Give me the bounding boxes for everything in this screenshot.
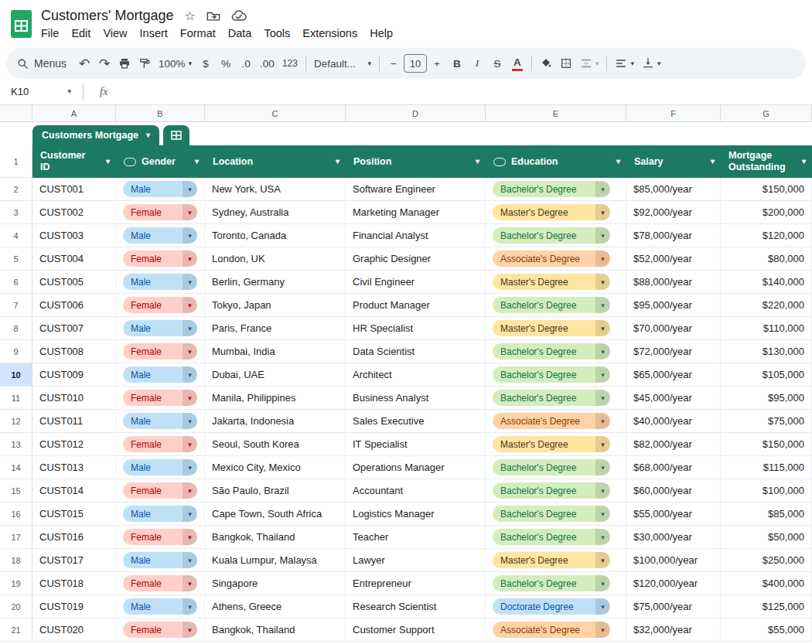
gender-chip[interactable]: Male ▾	[123, 181, 197, 197]
borders-button[interactable]	[556, 52, 576, 75]
chevron-down-icon[interactable]: ▾	[595, 413, 610, 429]
cell-salary[interactable]: $70,000/year	[626, 317, 721, 340]
cell-salary[interactable]: $78,000/year	[626, 224, 721, 247]
gender-chip[interactable]: Female ▾	[123, 204, 197, 220]
cell-gender[interactable]: Male ▾	[116, 595, 205, 618]
decrease-decimal-button[interactable]: .0	[236, 52, 256, 75]
row-number[interactable]: 2	[0, 178, 32, 201]
chevron-down-icon[interactable]: ▾	[595, 506, 610, 522]
chevron-down-icon[interactable]: ▾	[595, 181, 610, 197]
chevron-down-icon[interactable]: ▾	[183, 366, 197, 383]
cell-customer-id[interactable]: CUST005	[32, 271, 116, 294]
chevron-down-icon[interactable]: ▾	[183, 204, 197, 220]
menu-item-data[interactable]: Data	[222, 26, 258, 40]
cell-location[interactable]: Mexico City, Mexico	[205, 456, 346, 479]
cell-mortgage[interactable]: $75,000	[721, 410, 812, 433]
header-position[interactable]: Position▾	[346, 145, 486, 178]
cell-position[interactable]: Sales Executive	[346, 410, 486, 433]
cell-position[interactable]: Logistics Manager	[346, 503, 486, 526]
cell-location[interactable]: Bangkok, Thailand	[205, 618, 346, 642]
chevron-down-icon[interactable]: ▾	[146, 131, 150, 139]
gender-chip[interactable]: Female ▾	[123, 390, 197, 406]
menu-item-view[interactable]: View	[97, 26, 133, 40]
cell-customer-id[interactable]: CUST016	[32, 526, 116, 549]
cell-gender[interactable]: Female ▾	[116, 247, 205, 271]
row-number[interactable]: 17	[0, 526, 32, 549]
cell-gender[interactable]: Female ▾	[116, 433, 205, 456]
chevron-down-icon[interactable]: ▾	[595, 575, 610, 591]
chevron-down-icon[interactable]: ▾	[183, 575, 197, 591]
gender-chip[interactable]: Female ▾	[123, 482, 197, 499]
menu-item-tools[interactable]: Tools	[258, 26, 296, 40]
cell-customer-id[interactable]: CUST009	[32, 363, 116, 387]
cell-gender[interactable]: Female ▾	[116, 479, 205, 503]
cell-location[interactable]: Paris, France	[205, 317, 346, 340]
gender-chip[interactable]: Female ▾	[123, 343, 197, 359]
cell-education[interactable]: Bachelor's Degree ▾	[486, 340, 626, 363]
chevron-down-icon[interactable]: ▾	[595, 552, 610, 568]
chevron-down-icon[interactable]: ▾	[595, 598, 610, 615]
chevron-down-icon[interactable]: ▾	[595, 482, 610, 499]
gender-chip[interactable]: Female ▾	[123, 622, 197, 638]
cell-education[interactable]: Bachelor's Degree ▾	[486, 178, 626, 201]
menu-item-format[interactable]: Format	[174, 26, 222, 40]
cell-location[interactable]: Sydney, Australia	[205, 201, 346, 224]
cell-position[interactable]: Civil Engineer	[346, 271, 486, 294]
chevron-down-icon[interactable]: ▾	[183, 181, 197, 197]
cell-salary[interactable]: $72,000/year	[626, 340, 721, 363]
cell-mortgage[interactable]: $220,000	[721, 294, 812, 317]
menus-search-button[interactable]: Menus	[12, 52, 74, 75]
sheets-logo-icon[interactable]	[11, 10, 32, 38]
cell-education[interactable]: Master's Degree ▾	[486, 271, 626, 294]
education-chip[interactable]: Bachelor's Degree ▾	[493, 366, 610, 383]
education-chip[interactable]: Associate's Degree ▾	[493, 622, 610, 638]
cell-mortgage[interactable]: $120,000	[721, 224, 812, 247]
font-size-input[interactable]: 10	[404, 54, 427, 73]
education-chip[interactable]: Master's Degree ▾	[493, 436, 610, 452]
italic-button[interactable]: I	[467, 52, 487, 75]
redo-button[interactable]: ↷	[94, 52, 114, 75]
cell-customer-id[interactable]: CUST015	[32, 503, 116, 526]
cell-education[interactable]: Bachelor's Degree ▾	[486, 224, 626, 247]
cell-mortgage[interactable]: $115,000	[721, 456, 812, 479]
gender-chip[interactable]: Female ▾	[123, 529, 197, 545]
cell-salary[interactable]: $55,000/year	[626, 503, 721, 526]
chevron-down-icon[interactable]: ▾	[183, 436, 197, 452]
doc-title[interactable]: Customers' Mortgage	[41, 8, 174, 24]
cell-mortgage[interactable]: $50,000	[721, 526, 812, 549]
row-number[interactable]: 14	[0, 456, 32, 479]
header-gender[interactable]: Gender▾	[116, 145, 205, 178]
cell-salary[interactable]: $30,000/year	[626, 526, 721, 549]
chevron-down-icon[interactable]: ▾	[802, 158, 806, 165]
column-header-e[interactable]: E	[486, 105, 626, 121]
menu-item-extensions[interactable]: Extensions	[296, 26, 363, 40]
cell-education[interactable]: Bachelor's Degree ▾	[486, 503, 626, 526]
row-number[interactable]: 20	[0, 595, 32, 618]
chevron-down-icon[interactable]: ▾	[595, 390, 610, 406]
cell-customer-id[interactable]: CUST011	[32, 410, 116, 433]
chevron-down-icon[interactable]: ▾	[183, 227, 197, 244]
cell-education[interactable]: Doctorate Degree ▾	[486, 595, 626, 618]
cell-location[interactable]: Seoul, South Korea	[205, 433, 346, 456]
chevron-down-icon[interactable]: ▾	[183, 482, 197, 499]
cell-location[interactable]: Bangkok, Thailand	[205, 526, 346, 549]
header-mortgage[interactable]: Mortgage Outstanding▾	[721, 145, 812, 178]
cell-gender[interactable]: Male ▾	[116, 549, 205, 572]
row-number[interactable]: 15	[0, 479, 32, 503]
gender-chip[interactable]: Male ▾	[123, 459, 197, 475]
row-number[interactable]: 1	[0, 145, 32, 178]
education-chip[interactable]: Bachelor's Degree ▾	[493, 390, 610, 406]
increase-decimal-button[interactable]: .00	[256, 52, 278, 75]
cell-education[interactable]: Associate's Degree ▾	[486, 618, 626, 642]
chevron-down-icon[interactable]: ▾	[616, 158, 620, 165]
education-chip[interactable]: Associate's Degree ▾	[493, 250, 610, 267]
cell-position[interactable]: Financial Analyst	[346, 224, 486, 247]
chevron-down-icon[interactable]: ▾	[183, 598, 197, 615]
gender-chip[interactable]: Female ▾	[123, 297, 197, 313]
cell-gender[interactable]: Female ▾	[116, 340, 205, 363]
cell-mortgage[interactable]: $125,000	[721, 595, 812, 618]
cell-customer-id[interactable]: CUST010	[32, 387, 116, 410]
chevron-down-icon[interactable]: ▾	[595, 529, 610, 545]
cell-gender[interactable]: Male ▾	[116, 271, 205, 294]
education-chip[interactable]: Associate's Degree ▾	[493, 413, 610, 429]
